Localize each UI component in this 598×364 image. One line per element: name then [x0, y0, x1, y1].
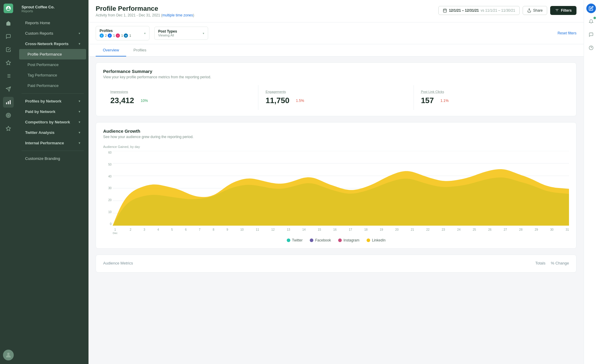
filter-bar: Profiles t 2 f 1 i 1 in 1 ▾ Post Types V…: [89, 22, 584, 44]
notifications-button[interactable]: [586, 17, 596, 26]
user-avatar[interactable]: [3, 350, 14, 360]
sidebar-item-tag-performance[interactable]: Tag Performance: [19, 70, 86, 80]
help-button[interactable]: [586, 43, 596, 53]
perf-summary-title: Performance Summary: [103, 69, 569, 74]
sidebar-section-cross-network[interactable]: Cross-Network Reports ▾: [19, 39, 86, 49]
network-icons: t 2 f 1 i 1 in 1: [100, 33, 131, 38]
audience-growth-card: Audience Growth See how your audience gr…: [96, 122, 576, 249]
metric-post-link-clicks: Post Link Clicks 157 1.1%: [414, 85, 569, 110]
rail-icon-lists[interactable]: [3, 71, 14, 81]
filters-button[interactable]: Filters: [550, 6, 576, 15]
header-left: Profile Performance Activity from Dec 1,…: [96, 5, 194, 17]
share-button[interactable]: Share: [523, 6, 547, 15]
x-label-18: 18: [364, 228, 367, 235]
sidebar-section-internal[interactable]: Internal Performance ▾: [19, 138, 86, 148]
sidebar-divider-2: [22, 151, 84, 151]
rail-icon-inbox[interactable]: [3, 31, 14, 42]
x-label-4: 4: [157, 228, 159, 235]
x-label-11: 11: [256, 228, 259, 235]
company-name: Sprout Coffee Co.: [22, 5, 84, 9]
sidebar-section-profiles-network[interactable]: Profiles by Network ▾: [19, 96, 86, 106]
y-axis: 60 50 40 30 20 10 0: [103, 151, 112, 226]
x-label-31: 31: [566, 228, 569, 235]
sidebar-section-paid-network[interactable]: Paid by Network ▾: [19, 106, 86, 117]
svg-rect-10: [8, 101, 9, 104]
audience-growth-title: Audience Growth: [103, 129, 569, 134]
x-label-29: 29: [535, 228, 538, 235]
sidebar-section-twitter[interactable]: Twitter Analysis ▾: [19, 127, 86, 138]
x-label-10: 10: [240, 228, 244, 235]
profiles-dropdown[interactable]: Profiles t 2 f 1 i 1 in 1 ▾: [96, 26, 150, 40]
x-label-15: 15: [318, 228, 321, 235]
x-label-19: 19: [380, 228, 383, 235]
x-label-9: 9: [226, 228, 228, 235]
x-label-26: 26: [488, 228, 492, 235]
chart-svg-area: [113, 151, 569, 226]
icon-rail: [0, 0, 17, 364]
svg-rect-17: [443, 9, 447, 12]
rail-icon-star[interactable]: [3, 123, 14, 134]
rail-icon-tasks[interactable]: [3, 44, 14, 55]
filters-icon: [555, 8, 559, 13]
feedback-button[interactable]: [586, 30, 596, 39]
impressions-value: 23,412 10%: [110, 96, 251, 105]
sidebar-item-profile-performance[interactable]: Profile Performance: [19, 49, 86, 59]
help-icon: [589, 45, 594, 50]
legend-instagram: Instagram: [338, 238, 359, 242]
x-label-17: 17: [349, 228, 352, 235]
compose-button[interactable]: [586, 4, 596, 13]
company-info: Sprout Coffee Co. Reports: [17, 5, 89, 18]
svg-point-13: [7, 114, 10, 117]
linkedin-icon: in: [124, 33, 128, 38]
chart-legend: Twitter Facebook Instagram LinkedIn: [103, 238, 569, 242]
page-title: Profile Performance: [96, 5, 194, 13]
audience-metrics-totals: Totals % Change: [535, 261, 569, 265]
sidebar-item-reports-home[interactable]: Reports Home: [19, 18, 86, 28]
chart-axis-label: Audience Gained, by day: [103, 145, 569, 149]
sidebar-item-paid-performance[interactable]: Paid Performance: [19, 80, 86, 91]
arrow-up-icon: [137, 99, 140, 103]
sidebar-section-competitors[interactable]: Competitors by Network ▾: [19, 117, 86, 127]
performance-summary-card: Performance Summary View your key profil…: [96, 62, 576, 116]
rail-icon-home[interactable]: [3, 18, 14, 29]
svg-marker-0: [6, 61, 11, 65]
sidebar-item-post-performance[interactable]: Post Performance: [19, 59, 86, 70]
rail-icon-analytics[interactable]: [3, 97, 14, 108]
rail-icon-campaigns[interactable]: [3, 110, 14, 121]
sidebar: Sprout Coffee Co. Reports Reports Home C…: [17, 0, 89, 364]
x-label-7: 7: [199, 228, 201, 235]
legend-linkedin: LinkedIn: [367, 238, 385, 242]
date-range-button[interactable]: 12/1/21 – 12/31/21 vs 11/1/21 – 11/30/21: [438, 6, 520, 15]
bell-icon: [589, 19, 594, 24]
x-label-3: 3: [144, 228, 145, 235]
legend-twitter: Twitter: [287, 238, 303, 242]
profiles-label: Profiles t 2 f 1 i 1 in 1: [100, 29, 131, 38]
x-label-27: 27: [504, 228, 507, 235]
audience-metrics-label: Audience Metrics: [103, 261, 133, 265]
tab-overview[interactable]: Overview: [96, 44, 126, 56]
rail-icon-send[interactable]: [3, 84, 14, 94]
sidebar-divider: [22, 93, 84, 94]
svg-marker-15: [6, 126, 11, 131]
reset-filters-button[interactable]: Reset filters: [558, 31, 576, 35]
rail-icon-publish[interactable]: [3, 57, 14, 68]
vs-date-text: vs 11/1/21 – 11/30/21: [481, 8, 515, 13]
share-icon: [527, 8, 531, 13]
company-section: Reports: [22, 9, 84, 13]
x-label-5: 5: [171, 228, 173, 235]
tab-profiles[interactable]: Profiles: [126, 44, 153, 56]
perf-summary-subtitle: View your key profile performance metric…: [103, 75, 569, 79]
x-label-2: 2: [130, 228, 132, 235]
sidebar-item-custom-reports[interactable]: Custom Reports ▾: [19, 28, 86, 39]
legend-facebook: Facebook: [310, 238, 331, 242]
post-types-dropdown[interactable]: Post Types Viewing All ▾: [154, 27, 208, 40]
metric-impressions: Impressions 23,412 10%: [103, 85, 258, 110]
x-labels-row: 1Dec 2 3 4 5 6 7 8 9 10 11 12 13 14: [113, 228, 569, 235]
legend-dot-instagram: [338, 238, 342, 242]
x-label-25: 25: [473, 228, 476, 235]
page-subtitle: Activity from Dec 1, 2021 - Dec 31, 2021…: [96, 13, 194, 17]
twitter-icon: t: [100, 33, 104, 38]
legend-dot-facebook: [310, 238, 313, 242]
compose-icon: [589, 6, 594, 11]
sidebar-item-customize-branding[interactable]: Customize Branding: [19, 153, 86, 164]
